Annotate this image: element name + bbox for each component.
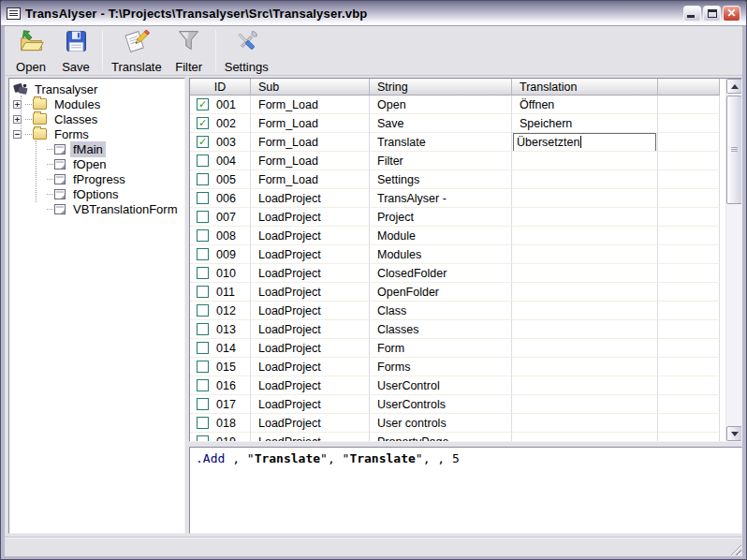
scroll-down-button[interactable] — [726, 426, 742, 441]
row-translation[interactable] — [512, 283, 658, 302]
table-row[interactable]: 011 LoadProject OpenFolder — [190, 283, 725, 302]
save-button-label: Save — [62, 61, 90, 73]
open-button[interactable]: Open — [8, 28, 53, 73]
client-area: Open Save — [5, 26, 742, 556]
row-checkbox[interactable] — [197, 229, 209, 242]
row-filler — [658, 283, 720, 302]
tree-item-label: fOptions — [70, 186, 121, 202]
row-sub: LoadProject — [251, 283, 370, 302]
row-checkbox[interactable] — [197, 211, 209, 223]
table-row[interactable]: 005 Form_Load Settings — [190, 170, 725, 189]
tree-item-forms[interactable]: − Forms — [9, 126, 184, 141]
resize-grip-icon[interactable] — [729, 543, 741, 555]
code-preview-panel[interactable]: .Add , "Translate", "Translate", , 5 — [189, 447, 742, 534]
app-icon[interactable] — [7, 7, 21, 20]
row-checkbox[interactable] — [197, 398, 209, 410]
row-translation[interactable] — [512, 170, 658, 189]
row-checkbox[interactable] — [197, 173, 209, 185]
header-translation[interactable]: Translation — [512, 79, 658, 96]
row-string: Classes — [370, 320, 512, 339]
form-icon — [54, 174, 66, 184]
row-checkbox[interactable] — [197, 361, 209, 373]
row-translation[interactable] — [512, 189, 658, 208]
settings-button[interactable]: Settings — [220, 28, 273, 73]
row-translation[interactable] — [512, 245, 658, 264]
table-row[interactable]: 004 Form_Load Filter — [190, 152, 725, 170]
row-checkbox[interactable] — [197, 342, 209, 354]
scrollbar-thumb[interactable] — [726, 96, 742, 204]
table-row[interactable]: 019 LoadProject PropertyPage — [190, 433, 725, 441]
scroll-up-button[interactable] — [726, 79, 742, 94]
row-checkbox[interactable] — [197, 192, 209, 204]
row-id: 006 — [216, 192, 236, 205]
row-translation[interactable] — [512, 433, 658, 441]
maximize-button[interactable] — [703, 6, 721, 22]
table-row[interactable]: 012 LoadProject Class — [190, 302, 725, 320]
toolbar: Open Save — [5, 26, 742, 76]
close-button[interactable]: ✕ — [723, 6, 740, 22]
row-translation[interactable] — [512, 339, 658, 358]
row-checkbox[interactable] — [197, 155, 209, 167]
row-translation[interactable] — [512, 208, 658, 227]
tree-guide-line — [36, 140, 37, 202]
table-row[interactable]: ✓ 003 Form_Load Translate Übersetzten — [190, 133, 725, 152]
row-translation[interactable] — [512, 376, 658, 395]
table-row[interactable]: 017 LoadProject UserControls — [190, 395, 725, 414]
header-sub[interactable]: Sub — [251, 79, 370, 96]
row-checkbox[interactable]: ✓ — [197, 136, 209, 148]
table-row[interactable]: 008 LoadProject Module — [190, 227, 725, 245]
translation-edit-input[interactable]: Übersetzten — [513, 133, 656, 152]
row-sub: LoadProject — [251, 320, 370, 339]
row-checkbox[interactable] — [197, 379, 209, 391]
tree-item-vbtranslationform[interactable]: VBTranslationForm — [9, 201, 184, 216]
row-checkbox[interactable] — [197, 304, 209, 317]
row-checkbox[interactable] — [197, 417, 209, 429]
header-string[interactable]: String — [370, 79, 512, 96]
row-string: Project — [370, 208, 512, 227]
row-translation[interactable] — [512, 302, 658, 320]
tree-item-modules[interactable]: + Modules — [9, 96, 184, 111]
row-sub: LoadProject — [251, 227, 370, 245]
table-row[interactable]: 018 LoadProject User controls — [190, 414, 725, 433]
row-translation[interactable] — [512, 227, 658, 245]
table-row[interactable]: 016 LoadProject UserControl — [190, 376, 725, 395]
tree-item-classes[interactable]: + Classes — [9, 111, 184, 126]
header-empty[interactable] — [658, 79, 720, 96]
tree-item-label: fOpen — [70, 156, 109, 172]
minimize-button[interactable] — [683, 6, 701, 22]
translate-button[interactable]: Translate — [107, 28, 167, 73]
table-row[interactable]: 009 LoadProject Modules — [190, 245, 725, 264]
row-translation[interactable] — [512, 320, 658, 339]
table-row[interactable]: ✓ 002 Form_Load Save Speichern — [190, 114, 725, 133]
row-checkbox[interactable] — [197, 267, 209, 279]
row-translation[interactable] — [512, 395, 658, 414]
table-row[interactable]: ✓ 001 Form_Load Open Öffnen — [190, 96, 725, 114]
row-checkbox[interactable] — [197, 248, 209, 260]
row-checkbox[interactable] — [197, 435, 209, 441]
row-checkbox[interactable] — [197, 323, 209, 335]
table-row[interactable]: 013 LoadProject Classes — [190, 320, 725, 339]
header-id[interactable]: ID — [190, 79, 251, 96]
row-translation[interactable]: Übersetzten — [512, 133, 658, 152]
table-row[interactable]: 015 LoadProject Forms — [190, 358, 725, 376]
row-translation[interactable] — [512, 414, 658, 433]
row-sub: LoadProject — [251, 302, 370, 320]
table-row[interactable]: 014 LoadProject Form — [190, 339, 725, 358]
row-translation[interactable]: Speichern — [512, 114, 658, 133]
filter-button[interactable]: Filter — [167, 28, 212, 73]
row-translation[interactable] — [512, 152, 658, 170]
row-translation[interactable]: Öffnen — [512, 96, 658, 114]
row-translation[interactable] — [512, 264, 658, 283]
table-row[interactable]: 006 LoadProject TransAlyser - — [190, 189, 725, 208]
save-button[interactable]: Save — [53, 28, 98, 73]
row-checkbox[interactable]: ✓ — [197, 117, 209, 129]
vertical-scrollbar[interactable] — [725, 79, 741, 441]
tree-item-root[interactable]: Transalyser — [9, 81, 184, 96]
row-checkbox[interactable]: ✓ — [197, 98, 209, 111]
row-translation[interactable] — [512, 358, 658, 376]
row-checkbox[interactable] — [197, 286, 209, 298]
table-row[interactable]: 007 LoadProject Project — [190, 208, 725, 227]
row-filler — [658, 358, 720, 376]
table-row[interactable]: 010 LoadProject ClosedFolder — [190, 264, 725, 283]
title-bar[interactable]: TransAlyser - T:\Projects\Transalyser\Sr… — [1, 1, 746, 26]
